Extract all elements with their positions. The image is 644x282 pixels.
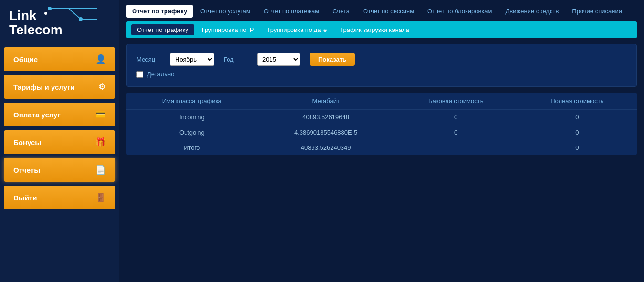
sub-nav-traffic-report[interactable]: Отчет по трафику (131, 24, 194, 35)
person-icon: 👤 (95, 54, 106, 64)
sidebar-item-logout[interactable]: Выйти 🚪 (4, 186, 115, 209)
col-header-megabytes: Мегабайт (258, 93, 395, 110)
gift-icon: 🎁 (95, 137, 106, 147)
year-label: Год (224, 56, 248, 63)
table-body: Incoming40893.5261964800Outgoing4.386901… (126, 110, 637, 156)
sub-nav-date-group[interactable]: Группировка по дате (261, 24, 332, 35)
sidebar-item-reports[interactable]: Отчеты 📄 (4, 158, 115, 182)
sidebar-item-tariffs[interactable]: Тарифы и услуги ⚙ (4, 75, 115, 99)
cell-full_cost: 0 (518, 110, 637, 125)
sub-nav-channel-load[interactable]: График загрузки канала (334, 24, 415, 35)
col-header-name: Имя класса трафика (126, 93, 258, 110)
sub-nav-ip-group[interactable]: Группировка по IP (196, 24, 260, 35)
svg-point-7 (44, 12, 47, 15)
wallet-icon: 💳 (95, 109, 106, 120)
col-header-full-cost: Полная стоимость (518, 93, 637, 110)
top-nav-traffic[interactable]: Отчет по трафику (126, 5, 193, 18)
sub-navigation: Отчет по трафику Группировка по IP Групп… (126, 21, 637, 38)
detail-label: Детально (147, 71, 174, 78)
detail-checkbox[interactable] (136, 71, 143, 78)
cell-base_cost: 0 (395, 125, 518, 140)
sidebar-item-general[interactable]: Общие 👤 (4, 47, 115, 71)
cell-name: Outgoing (126, 125, 258, 140)
sidebar-item-general-label: Общие (13, 55, 38, 63)
cell-name: Итого (126, 140, 258, 156)
month-label: Месяц (136, 56, 160, 63)
sidebar-item-tariffs-label: Тарифы и услуги (13, 83, 74, 91)
filter-panel: Месяц Ноябрь Январь Февраль Март Апрель … (126, 44, 637, 87)
sidebar-item-bonuses-label: Бонусы (13, 138, 41, 146)
cell-megabytes: 40893.52619648 (258, 110, 395, 125)
table-row: Incoming40893.5261964800 (126, 110, 637, 125)
sidebar-item-logout-label: Выйти (13, 194, 37, 202)
svg-text:Link: Link (9, 8, 37, 23)
cell-full_cost: 0 (518, 140, 637, 156)
cell-full_cost: 0 (518, 125, 637, 140)
top-nav-movements[interactable]: Движение средств (499, 5, 564, 18)
logo-area: Link Telecom (0, 0, 119, 42)
main-content: Отчет по трафику Отчет по услугам Отчет … (119, 0, 644, 282)
table-header: Имя класса трафика Мегабайт Базовая стои… (126, 93, 637, 110)
col-header-base-cost: Базовая стоимость (395, 93, 518, 110)
month-select[interactable]: Ноябрь Январь Февраль Март Апрель Май Ию… (170, 53, 214, 66)
cell-name: Incoming (126, 110, 258, 125)
gear-icon: ⚙ (98, 82, 106, 92)
top-nav-services[interactable]: Отчет по услугам (195, 5, 256, 18)
top-nav-writeoffs[interactable]: Прочие списания (566, 5, 627, 18)
sidebar-item-payment[interactable]: Оплата услуг 💳 (4, 103, 115, 126)
svg-point-3 (48, 7, 52, 10)
top-navigation: Отчет по трафику Отчет по услугам Отчет … (126, 5, 637, 18)
sidebar-item-bonuses[interactable]: Бонусы 🎁 (4, 130, 115, 154)
filter-row-main: Месяц Ноябрь Январь Февраль Март Апрель … (136, 53, 627, 66)
sidebar-navigation: Общие 👤 Тарифы и услуги ⚙ Оплата услуг 💳… (0, 42, 119, 216)
cell-base_cost: 0 (395, 110, 518, 125)
document-icon: 📄 (95, 165, 106, 175)
cell-megabytes: 40893.526240349 (258, 140, 395, 156)
sidebar-item-payment-label: Оплата услуг (13, 111, 61, 119)
sidebar: Link Telecom Общие 👤 Тарифы и услуги ⚙ О… (0, 0, 119, 282)
svg-point-4 (79, 17, 83, 21)
top-nav-payments[interactable]: Отчет по платежам (258, 5, 325, 18)
traffic-table: Имя класса трафика Мегабайт Базовая стои… (126, 93, 637, 155)
show-button[interactable]: Показать (310, 53, 355, 66)
top-nav-blocks[interactable]: Отчет по блокировкам (422, 5, 498, 18)
table-row: Итого40893.5262403490 (126, 140, 637, 156)
top-nav-accounts[interactable]: Счета (327, 5, 355, 18)
year-select[interactable]: 2015 2013 2014 2016 2017 (257, 53, 300, 66)
cell-base_cost (395, 140, 518, 156)
table-row: Outgoing4.38690185546880E-500 (126, 125, 637, 140)
sidebar-item-reports-label: Отчеты (13, 166, 40, 174)
logout-icon: 🚪 (95, 192, 106, 203)
svg-text:Telecom: Telecom (9, 22, 62, 37)
svg-line-1 (69, 9, 81, 19)
top-nav-sessions[interactable]: Отчет по сессиям (357, 5, 420, 18)
cell-megabytes: 4.38690185546880E-5 (258, 125, 395, 140)
detail-row: Детально (136, 71, 627, 78)
